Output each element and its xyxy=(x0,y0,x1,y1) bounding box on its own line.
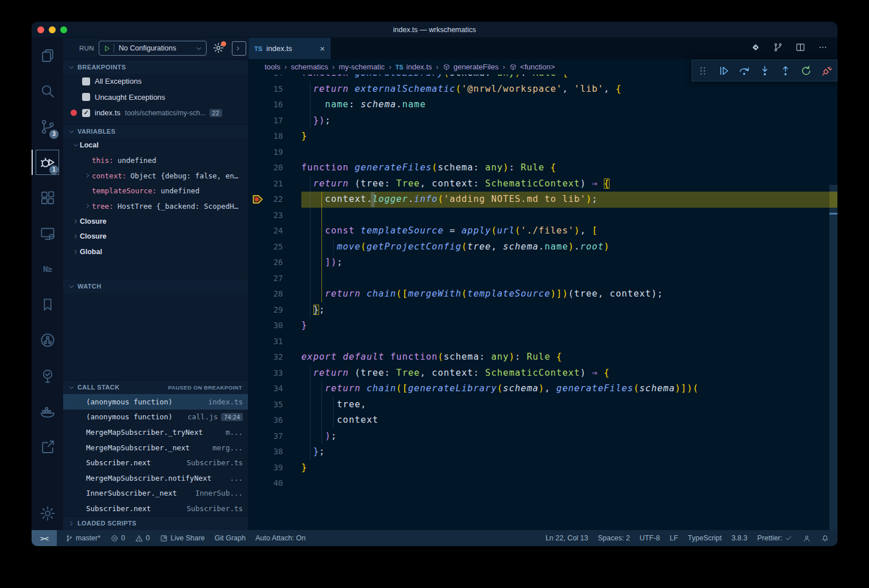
status-feedback[interactable] xyxy=(802,534,811,543)
code-line-36[interactable]: 36 context xyxy=(249,412,837,429)
gutter-line-28[interactable]: 28 xyxy=(249,286,301,302)
breakpoint-row[interactable]: Uncaught Exceptions xyxy=(63,89,248,106)
variable-row[interactable]: Closure xyxy=(63,214,248,229)
restart-button[interactable] xyxy=(797,62,814,79)
debug-console-button[interactable] xyxy=(232,41,246,56)
call-stack-frame[interactable]: MergeMapSubscriber._tryNextm... xyxy=(63,425,248,440)
code-text[interactable] xyxy=(301,271,837,287)
status-language-mode[interactable]: TypeScript xyxy=(688,534,721,542)
open-changes-button[interactable] xyxy=(750,42,761,55)
code-text[interactable]: move(getProjectConfig(tree, schema.name)… xyxy=(301,239,837,255)
code-text[interactable]: tree, xyxy=(301,397,837,413)
code-text[interactable]: ); xyxy=(301,429,837,445)
gutter-line-38[interactable]: 38 xyxy=(249,444,301,460)
activity-item-search[interactable] xyxy=(32,73,63,109)
code-text[interactable]: export default function(schema: any): Ru… xyxy=(301,349,837,365)
watch-section-header[interactable]: WATCH xyxy=(63,279,248,293)
breadcrumb-item-tools[interactable]: tools xyxy=(265,63,280,71)
code-line-32[interactable]: 32export default function(schema: any): … xyxy=(249,349,837,365)
code-text[interactable] xyxy=(301,334,837,350)
status-auto-attach[interactable]: Auto Attach: On xyxy=(255,534,306,542)
code-line-25[interactable]: 25 move(getProjectConfig(tree, schema.na… xyxy=(249,239,837,255)
code-text[interactable]: ]); xyxy=(301,255,837,271)
status-indentation[interactable]: Spaces: 2 xyxy=(598,534,630,542)
gutter-line-33[interactable]: 33 xyxy=(249,365,301,381)
step-over-button[interactable] xyxy=(735,62,752,79)
status-ts-version[interactable]: 3.8.3 xyxy=(731,534,747,542)
debug-config-dropdown[interactable]: No Configurations xyxy=(99,41,207,56)
variable-row[interactable]: Closure xyxy=(63,229,248,244)
code-line-37[interactable]: 37 ); xyxy=(249,429,837,445)
call-stack-frame[interactable]: MergeMapSubscriber.notifyNext... xyxy=(63,470,248,486)
activity-item-extensions[interactable] xyxy=(32,180,63,216)
call-stack-frame[interactable]: MergeMapSubscriber._nextmerg... xyxy=(63,440,248,455)
debug-start-icon[interactable] xyxy=(103,44,111,53)
more-actions-button[interactable] xyxy=(817,42,828,55)
status-errors[interactable]: 0 xyxy=(110,534,125,543)
code-text[interactable]: return chain([mergeWith(templateSource)]… xyxy=(301,286,837,302)
status-eol[interactable]: LF xyxy=(670,534,678,542)
call-stack-frame[interactable]: (anonymous function)call.js74:24 xyxy=(63,410,248,425)
code-text[interactable]: return (tree: Tree, context: SchematicCo… xyxy=(301,365,837,381)
code-text[interactable]: context.logger.info('adding NOTES.md to … xyxy=(301,192,837,208)
code-line-40[interactable]: 40 xyxy=(249,476,837,492)
code-text[interactable]: function generateFiles(schema: any): Rul… xyxy=(301,160,837,176)
code-line-20[interactable]: 20function generateFiles(schema: any): R… xyxy=(249,160,837,176)
variables-section-header[interactable]: VARIABLES xyxy=(63,124,248,138)
code-text[interactable]: } xyxy=(301,318,837,334)
activity-item-remote-explorer[interactable] xyxy=(32,216,63,251)
code-line-34[interactable]: 34 return chain([generateLibrary(schema)… xyxy=(249,381,837,397)
debug-gear-button[interactable] xyxy=(212,42,225,54)
status-live-share[interactable]: Live Share xyxy=(160,534,205,543)
status-remote-indicator[interactable]: >< xyxy=(32,530,57,546)
file-history-button[interactable] xyxy=(773,42,783,55)
code-line-38[interactable]: 38 }; xyxy=(249,444,837,460)
gutter-line-37[interactable]: 37 xyxy=(249,429,301,445)
code-line-19[interactable]: 19 xyxy=(249,145,837,161)
editor-scrollbar[interactable] xyxy=(829,59,837,530)
code-line-18[interactable]: 18} xyxy=(249,128,837,145)
gutter-line-18[interactable]: 18 xyxy=(249,128,301,145)
close-tab-icon[interactable]: × xyxy=(320,44,325,53)
variable-row[interactable]: tree:HostTree {_backend: ScopedH… xyxy=(63,198,248,214)
tab-index-ts[interactable]: TS index.ts × xyxy=(249,38,331,59)
checkbox-unchecked[interactable] xyxy=(82,93,90,101)
gutter-line-36[interactable]: 36 xyxy=(249,412,301,429)
code-text[interactable] xyxy=(301,476,837,492)
code-text[interactable]: }; xyxy=(301,302,837,318)
gutter-line-26[interactable]: 26 xyxy=(249,255,301,271)
close-window-button[interactable] xyxy=(37,26,44,33)
code-text[interactable] xyxy=(301,208,837,224)
breadcrumb-item--function-[interactable]: <function> xyxy=(509,63,555,71)
call-stack-frame[interactable]: Subscriber.nextSubscriber.ts xyxy=(63,455,248,470)
status-git-branch[interactable]: master* xyxy=(65,534,100,543)
code-text[interactable] xyxy=(301,145,837,161)
code-text[interactable]: const templateSource = apply(url('./file… xyxy=(301,223,837,239)
scrollbar-thumb[interactable] xyxy=(829,185,837,530)
gutter-line-27[interactable]: 27 xyxy=(249,271,301,287)
activity-item-source-control[interactable]: 3 xyxy=(32,109,63,145)
activity-item-explorer[interactable] xyxy=(32,38,63,73)
activity-item-project-manager[interactable] xyxy=(32,429,63,465)
status-encoding[interactable]: UTF-8 xyxy=(639,534,659,542)
checkbox-unchecked[interactable] xyxy=(82,77,90,85)
variable-row[interactable]: templateSource:undefined xyxy=(63,184,248,199)
code-text[interactable]: context xyxy=(301,412,837,429)
code-line-33[interactable]: 33 return (tree: Tree, context: Schemati… xyxy=(249,365,837,381)
activity-item-docker[interactable] xyxy=(32,394,63,429)
code-line-24[interactable]: 24 const templateSource = apply(url('./f… xyxy=(249,223,837,239)
status-git-graph[interactable]: Git Graph xyxy=(215,534,246,542)
activity-item-testing[interactable] xyxy=(32,358,63,394)
code-text[interactable]: } xyxy=(301,460,837,476)
drag-handle-button[interactable] xyxy=(694,62,711,79)
disconnect-button[interactable] xyxy=(818,62,835,79)
gutter-line-19[interactable]: 19 xyxy=(249,145,301,161)
breakpoints-section-header[interactable]: BREAKPOINTS xyxy=(63,60,248,74)
code-line-28[interactable]: 28 return chain([mergeWith(templateSourc… xyxy=(249,286,837,302)
step-out-button[interactable] xyxy=(777,62,794,79)
activity-item-nx-console[interactable]: N≥ xyxy=(32,251,63,287)
continue-button[interactable] xyxy=(715,62,732,79)
code-text[interactable]: } xyxy=(301,128,837,145)
status-notifications[interactable] xyxy=(821,534,829,543)
gutter-line-31[interactable]: 31 xyxy=(249,334,301,350)
